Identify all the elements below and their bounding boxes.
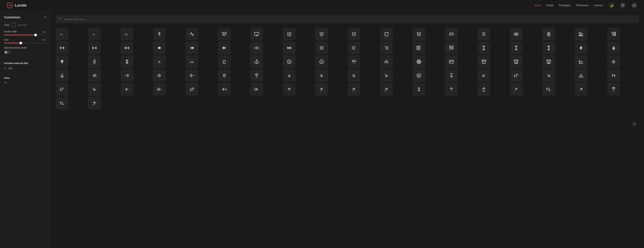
icon-arrow-left[interactable] xyxy=(120,83,133,96)
icon-align-right[interactable] xyxy=(380,42,393,54)
icon-antenna[interactable] xyxy=(348,55,360,68)
absolute-stroke-toggle[interactable] xyxy=(4,50,11,54)
icon-arrow-down-za[interactable]: ZA xyxy=(88,83,101,96)
icon-arrow-big-left-dash[interactable] xyxy=(120,69,133,82)
icon-align-horizontal-justify-start[interactable] xyxy=(218,42,231,54)
icon-alarm-smoke[interactable] xyxy=(445,28,458,41)
icon-arrow-down[interactable] xyxy=(283,69,296,82)
icon-arrow-up[interactable] xyxy=(283,83,296,96)
icon-arrow-big-down[interactable] xyxy=(607,55,620,68)
icon-arrow-down-up[interactable] xyxy=(607,69,620,82)
icon-arrow-big-up[interactable] xyxy=(218,69,231,82)
icon-archive-restore[interactable] xyxy=(510,55,522,68)
icon-arrow-big-left[interactable] xyxy=(88,69,101,82)
icon-arrow-down-10[interactable]: 10 xyxy=(348,69,360,82)
reset-button[interactable]: ↺ xyxy=(44,16,46,19)
icon-arrow-right-from-line[interactable] xyxy=(250,83,263,96)
nav-license[interactable]: License xyxy=(594,4,603,7)
icon-align-left[interactable] xyxy=(348,42,360,54)
icon-align-start-vertical[interactable] xyxy=(445,42,458,54)
size-slider-thumb[interactable] xyxy=(20,42,22,44)
color-swatch[interactable] xyxy=(11,23,16,27)
icon-align-horizontal-distribute-center[interactable] xyxy=(56,42,68,54)
theme-toggle-button[interactable]: 🌙 xyxy=(608,2,614,9)
icon-align-center-horizontal[interactable] xyxy=(510,28,522,41)
icon-align-start-horizontal[interactable] xyxy=(412,42,425,54)
icon-alarm-clock-off[interactable] xyxy=(380,28,393,41)
icon-arrow-down-right[interactable] xyxy=(542,69,555,82)
icon-align-vertical-space-between[interactable] xyxy=(120,55,133,68)
icon-arrow-up-from-dot[interactable] xyxy=(445,83,458,96)
icon-app-window[interactable] xyxy=(445,55,458,68)
icon-align-end-vertical[interactable] xyxy=(607,28,620,41)
icon-align-vertical-space-around[interactable] xyxy=(88,55,101,68)
icon-arrow-left-from-line[interactable] xyxy=(153,83,166,96)
icon-align-vertical-distribute-start[interactable] xyxy=(542,42,555,54)
close-button[interactable]: ✕ xyxy=(631,121,637,127)
icon-angry[interactable] xyxy=(283,55,296,68)
icon-arrow-down-circle[interactable] xyxy=(412,69,425,82)
icon-align-end-horizontal[interactable] xyxy=(575,28,588,41)
icon-a-large-small[interactable]: Aa xyxy=(120,28,133,41)
icon-arrow-big-down-dash[interactable] xyxy=(56,69,68,82)
lab-checkbox[interactable] xyxy=(4,67,7,70)
icon-arrow-down-az[interactable]: AZ xyxy=(380,69,393,82)
icon-arrow-up-right[interactable] xyxy=(575,83,588,96)
icon-anvil[interactable] xyxy=(380,55,393,68)
icon-align-horizontal-space-around[interactable] xyxy=(250,42,263,54)
icon-arrow-up-to-line[interactable] xyxy=(607,83,620,96)
icon-arrow-up-down[interactable] xyxy=(412,83,425,96)
nav-icons[interactable]: Icons xyxy=(535,4,541,7)
icon-arrow-big-right-dash[interactable] xyxy=(186,69,198,82)
icon-annoyed[interactable] xyxy=(315,55,328,68)
icon-amphora[interactable] xyxy=(218,55,231,68)
icon-align-vertical-distribute-center[interactable] xyxy=(478,42,490,54)
icon-archive[interactable] xyxy=(478,55,490,68)
icon-accessibility[interactable] xyxy=(153,28,166,41)
search-input[interactable] xyxy=(64,18,636,21)
icon-area-chart[interactable] xyxy=(575,55,588,68)
stroke-slider-thumb[interactable] xyxy=(34,34,37,36)
icon-arrow-up-narrow-wide[interactable] xyxy=(542,83,555,96)
icon-arrow-up-from-line[interactable] xyxy=(478,83,490,96)
icon-arrow-down-narrow-wide[interactable] xyxy=(510,69,522,82)
icon-arrow-up-10[interactable]: 10 xyxy=(348,83,360,96)
icon-align-horizontal-justify-end[interactable] xyxy=(186,42,198,54)
icon-air-vent[interactable] xyxy=(218,28,231,41)
icon-arrow-down-left[interactable] xyxy=(478,69,490,82)
icon-align-horizontal-distribute-end[interactable] xyxy=(88,42,101,54)
icon-a-arrow-up[interactable]: A↑ xyxy=(88,28,101,41)
icon-align-vertical-justify-end[interactable] xyxy=(607,42,620,54)
icon-arrow-up-az[interactable]: AZ xyxy=(380,83,393,96)
icon-arrow-left-right[interactable] xyxy=(186,83,198,96)
icon-align-justify[interactable] xyxy=(315,42,328,54)
icon-alarm-clock-minus[interactable] xyxy=(348,28,360,41)
icon-arrow-up-left[interactable] xyxy=(510,83,522,96)
nav-guide[interactable]: Guide xyxy=(546,4,554,7)
icon-airplay[interactable] xyxy=(250,28,263,41)
icon-arrow-down-01[interactable]: 01 xyxy=(315,69,328,82)
view-all-button[interactable]: All xyxy=(4,81,46,84)
icon-align-horizontal-justify-center[interactable] xyxy=(153,42,166,54)
icon-align-center-vertical[interactable] xyxy=(542,28,555,41)
icon-align-center[interactable] xyxy=(478,28,490,41)
icon-arrow-big-right[interactable] xyxy=(153,69,166,82)
icon-archive-x[interactable] xyxy=(542,55,555,68)
nav-packages[interactable]: Packages xyxy=(559,4,571,7)
icon-arrow-down-from-line[interactable] xyxy=(445,69,458,82)
icon-arrow-up-01[interactable]: 01 xyxy=(315,83,328,96)
icon-anchor[interactable] xyxy=(250,55,263,68)
icon-align-horizontal-distribute-start[interactable] xyxy=(120,42,133,54)
icon-aperture[interactable] xyxy=(412,55,425,68)
github-button[interactable] xyxy=(620,2,626,9)
icon-align-horizontal-space-between[interactable] xyxy=(283,42,296,54)
search-bar[interactable] xyxy=(56,16,639,23)
icon-activity[interactable] xyxy=(186,28,198,41)
icon-arrow-left-to-line[interactable] xyxy=(218,83,231,96)
icon-align-vertical-justify-center[interactable] xyxy=(575,42,588,54)
icon-arrow-down-tray[interactable] xyxy=(575,69,588,82)
icon-ampersand[interactable]: & xyxy=(153,55,166,68)
icon-ampersands[interactable]: && xyxy=(186,55,198,68)
icon-a-arrow-down[interactable]: A↓ xyxy=(56,28,68,41)
icon-arrow-big-up-dash[interactable] xyxy=(250,69,263,82)
